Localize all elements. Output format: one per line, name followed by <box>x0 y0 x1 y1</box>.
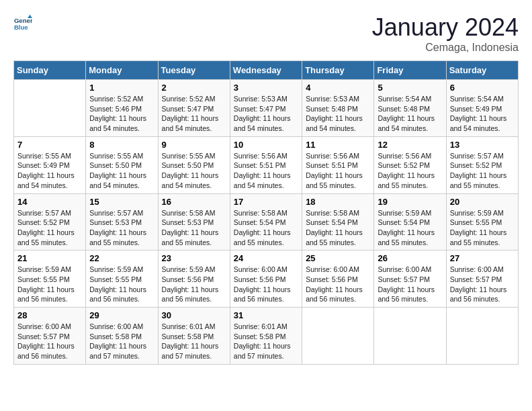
day-cell: 2Sunrise: 5:52 AM Sunset: 5:47 PM Daylig… <box>158 80 230 137</box>
day-info: Sunrise: 5:58 AM Sunset: 5:54 PM Dayligh… <box>306 208 370 248</box>
day-number: 20 <box>450 197 515 207</box>
day-info: Sunrise: 5:57 AM Sunset: 5:53 PM Dayligh… <box>89 208 154 248</box>
day-info: Sunrise: 5:59 AM Sunset: 5:55 PM Dayligh… <box>450 208 515 248</box>
day-cell <box>302 308 374 365</box>
logo-icon: General Blue <box>13 13 32 32</box>
week-row-1: 1Sunrise: 5:52 AM Sunset: 5:46 PM Daylig… <box>14 80 519 137</box>
day-number: 4 <box>306 83 370 93</box>
day-header-tuesday: Tuesday <box>158 61 230 80</box>
day-cell: 27Sunrise: 6:00 AM Sunset: 5:57 PM Dayli… <box>446 250 518 308</box>
day-cell <box>14 80 86 137</box>
title-block: January 2024 Cemaga, Indonesia <box>372 13 519 54</box>
day-info: Sunrise: 5:58 AM Sunset: 5:54 PM Dayligh… <box>234 208 298 248</box>
day-cell: 15Sunrise: 5:57 AM Sunset: 5:53 PM Dayli… <box>86 193 158 250</box>
day-number: 5 <box>378 83 442 93</box>
day-info: Sunrise: 6:00 AM Sunset: 5:57 PM Dayligh… <box>17 322 82 361</box>
day-cell: 14Sunrise: 5:57 AM Sunset: 5:52 PM Dayli… <box>14 193 86 250</box>
day-header-saturday: Saturday <box>446 61 518 80</box>
day-number: 28 <box>17 310 82 320</box>
day-cell: 16Sunrise: 5:58 AM Sunset: 5:53 PM Dayli… <box>158 193 230 250</box>
day-number: 19 <box>378 197 442 207</box>
calendar-subtitle: Cemaga, Indonesia <box>372 42 519 54</box>
day-cell: 4Sunrise: 5:53 AM Sunset: 5:48 PM Daylig… <box>302 80 374 137</box>
day-cell: 11Sunrise: 5:56 AM Sunset: 5:51 PM Dayli… <box>302 136 374 193</box>
day-info: Sunrise: 6:00 AM Sunset: 5:58 PM Dayligh… <box>89 322 154 361</box>
day-info: Sunrise: 5:53 AM Sunset: 5:48 PM Dayligh… <box>306 94 370 134</box>
day-cell <box>446 308 518 365</box>
calendar-header-row: SundayMondayTuesdayWednesdayThursdayFrid… <box>14 61 519 80</box>
day-cell: 23Sunrise: 5:59 AM Sunset: 5:56 PM Dayli… <box>158 250 230 308</box>
day-info: Sunrise: 6:01 AM Sunset: 5:58 PM Dayligh… <box>162 322 226 361</box>
day-info: Sunrise: 6:00 AM Sunset: 5:57 PM Dayligh… <box>378 265 442 304</box>
day-number: 12 <box>378 140 442 150</box>
day-number: 17 <box>234 197 298 207</box>
calendar-table: SundayMondayTuesdayWednesdayThursdayFrid… <box>13 60 519 365</box>
day-number: 18 <box>306 197 370 207</box>
day-cell: 3Sunrise: 5:53 AM Sunset: 5:47 PM Daylig… <box>230 80 302 137</box>
day-cell: 24Sunrise: 6:00 AM Sunset: 5:56 PM Dayli… <box>230 250 302 308</box>
week-row-2: 7Sunrise: 5:55 AM Sunset: 5:49 PM Daylig… <box>14 136 519 193</box>
day-number: 29 <box>89 310 154 320</box>
day-cell: 20Sunrise: 5:59 AM Sunset: 5:55 PM Dayli… <box>446 193 518 250</box>
day-info: Sunrise: 5:55 AM Sunset: 5:50 PM Dayligh… <box>162 151 226 191</box>
day-cell: 7Sunrise: 5:55 AM Sunset: 5:49 PM Daylig… <box>14 136 86 193</box>
day-cell: 29Sunrise: 6:00 AM Sunset: 5:58 PM Dayli… <box>86 308 158 365</box>
day-number: 15 <box>89 197 154 207</box>
day-cell: 25Sunrise: 6:00 AM Sunset: 5:56 PM Dayli… <box>302 250 374 308</box>
logo: General Blue <box>13 13 32 32</box>
day-header-friday: Friday <box>374 61 446 80</box>
day-cell: 26Sunrise: 6:00 AM Sunset: 5:57 PM Dayli… <box>374 250 446 308</box>
day-info: Sunrise: 5:57 AM Sunset: 5:52 PM Dayligh… <box>450 151 515 191</box>
day-info: Sunrise: 5:58 AM Sunset: 5:53 PM Dayligh… <box>162 208 226 248</box>
page-header: General Blue January 2024 Cemaga, Indone… <box>13 13 519 54</box>
day-number: 16 <box>162 197 226 207</box>
day-number: 11 <box>306 140 370 150</box>
day-header-sunday: Sunday <box>14 61 86 80</box>
day-cell: 6Sunrise: 5:54 AM Sunset: 5:49 PM Daylig… <box>446 80 518 137</box>
day-cell: 30Sunrise: 6:01 AM Sunset: 5:58 PM Dayli… <box>158 308 230 365</box>
day-info: Sunrise: 5:56 AM Sunset: 5:51 PM Dayligh… <box>306 151 370 191</box>
day-cell: 21Sunrise: 5:59 AM Sunset: 5:55 PM Dayli… <box>14 250 86 308</box>
day-number: 27 <box>450 253 515 263</box>
day-info: Sunrise: 6:00 AM Sunset: 5:56 PM Dayligh… <box>306 265 370 304</box>
day-cell: 10Sunrise: 5:56 AM Sunset: 5:51 PM Dayli… <box>230 136 302 193</box>
day-cell: 22Sunrise: 5:59 AM Sunset: 5:55 PM Dayli… <box>86 250 158 308</box>
day-info: Sunrise: 5:55 AM Sunset: 5:50 PM Dayligh… <box>89 151 154 191</box>
day-number: 31 <box>234 310 298 320</box>
day-info: Sunrise: 5:57 AM Sunset: 5:52 PM Dayligh… <box>17 208 82 248</box>
day-number: 6 <box>450 83 515 93</box>
day-number: 7 <box>17 140 82 150</box>
day-number: 25 <box>306 253 370 263</box>
day-number: 8 <box>89 140 154 150</box>
day-number: 10 <box>234 140 298 150</box>
day-number: 26 <box>378 253 442 263</box>
day-number: 9 <box>162 140 226 150</box>
day-info: Sunrise: 5:56 AM Sunset: 5:51 PM Dayligh… <box>234 151 298 191</box>
day-number: 30 <box>162 310 226 320</box>
day-info: Sunrise: 5:59 AM Sunset: 5:56 PM Dayligh… <box>162 265 226 304</box>
day-info: Sunrise: 5:59 AM Sunset: 5:55 PM Dayligh… <box>17 265 82 304</box>
day-cell <box>374 308 446 365</box>
svg-text:Blue: Blue <box>14 24 28 31</box>
day-header-monday: Monday <box>86 61 158 80</box>
calendar-title: January 2024 <box>372 13 519 42</box>
day-info: Sunrise: 5:53 AM Sunset: 5:47 PM Dayligh… <box>234 94 298 134</box>
day-number: 14 <box>17 197 82 207</box>
day-number: 23 <box>162 253 226 263</box>
day-number: 1 <box>89 83 154 93</box>
day-cell: 8Sunrise: 5:55 AM Sunset: 5:50 PM Daylig… <box>86 136 158 193</box>
day-info: Sunrise: 5:59 AM Sunset: 5:55 PM Dayligh… <box>89 265 154 304</box>
week-row-3: 14Sunrise: 5:57 AM Sunset: 5:52 PM Dayli… <box>14 193 519 250</box>
day-cell: 19Sunrise: 5:59 AM Sunset: 5:54 PM Dayli… <box>374 193 446 250</box>
calendar-body: 1Sunrise: 5:52 AM Sunset: 5:46 PM Daylig… <box>14 80 519 365</box>
day-info: Sunrise: 5:56 AM Sunset: 5:52 PM Dayligh… <box>378 151 442 191</box>
day-header-wednesday: Wednesday <box>230 61 302 80</box>
day-header-thursday: Thursday <box>302 61 374 80</box>
day-info: Sunrise: 5:54 AM Sunset: 5:49 PM Dayligh… <box>450 94 515 134</box>
week-row-5: 28Sunrise: 6:00 AM Sunset: 5:57 PM Dayli… <box>14 308 519 365</box>
day-cell: 13Sunrise: 5:57 AM Sunset: 5:52 PM Dayli… <box>446 136 518 193</box>
day-cell: 28Sunrise: 6:00 AM Sunset: 5:57 PM Dayli… <box>14 308 86 365</box>
day-number: 24 <box>234 253 298 263</box>
day-info: Sunrise: 5:52 AM Sunset: 5:46 PM Dayligh… <box>89 94 154 134</box>
day-number: 2 <box>162 83 226 93</box>
